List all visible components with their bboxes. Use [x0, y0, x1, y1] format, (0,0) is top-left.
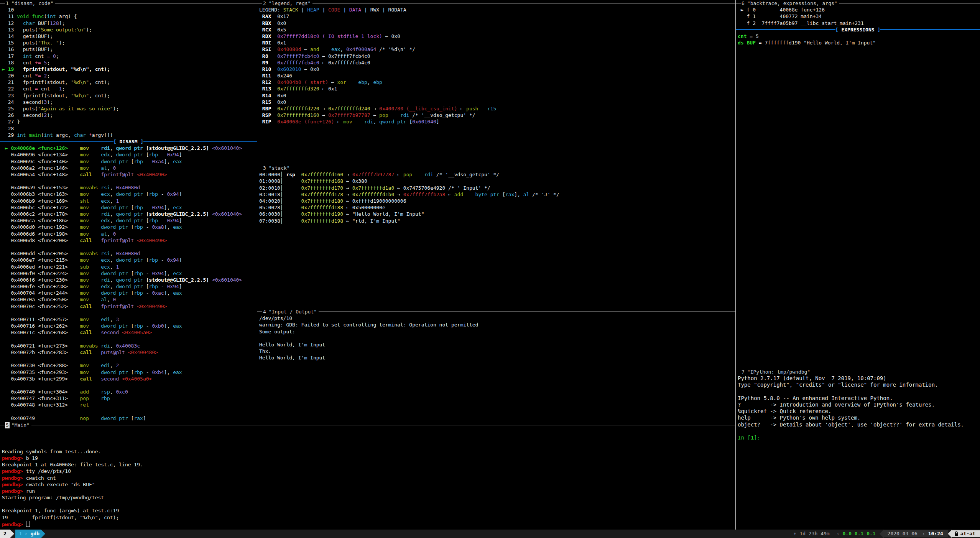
terminal-line: ► f 0 40068e func+126 — [738, 7, 980, 13]
border-line — [736, 3, 741, 3]
terminal-line: Starting program: /tmp/pwndbg/test — [2, 494, 735, 501]
uptime-value: 1d 23h 49m — [799, 530, 833, 537]
window-name: gdb — [30, 530, 39, 537]
terminal-line: 0x4006e7 <func+215> mov ecx, dword ptr [… — [2, 257, 257, 263]
terminal-line: f 1 400772 main+34 — [738, 13, 980, 20]
pane-backtrace[interactable]: 6"backtrace, expressions, args" ► f 0 40… — [736, 0, 980, 369]
terminal-line: 0x4006ca <func+186> mov edx, dword ptr [… — [2, 217, 257, 224]
stack-listing: 00:0000│ rsp 0x7fffffffd160 → 0x7ffff7b9… — [257, 171, 735, 224]
terminal-line — [2, 435, 735, 441]
separator-label: EXPRESSIONS — [841, 26, 874, 33]
pane-number: 3 — [262, 165, 267, 171]
terminal-line: 0x4006d8 <func+200> call fprintf@plt <0x… — [2, 237, 257, 244]
terminal-line: pwndbg> — [2, 521, 735, 527]
pane-legend-regs[interactable]: 2"legend, regs" LEGEND: STACK | HEAP | C… — [257, 0, 735, 165]
terminal-line: RIP 0x40068e (func+126) ← mov rdi, qword… — [259, 118, 735, 125]
terminal-line: 03:0018│ 0x7fffffffd178 → 0x7fffffffd1b0… — [259, 191, 735, 198]
terminal-line: 12 char BUF[128]; — [2, 20, 257, 26]
powerline-arrow — [880, 530, 884, 538]
terminal-line — [259, 335, 735, 341]
session-name[interactable]: 2 — [0, 530, 10, 538]
terminal-line: Some output: — [259, 328, 735, 335]
terminal-line: 0x4006d6 <func+198> mov al, 0 — [2, 231, 257, 237]
pane-main-console[interactable]: 5"Main" Reading symbols from test...done… — [0, 422, 735, 530]
separator-line — [143, 141, 257, 142]
powerline-arrow — [948, 530, 952, 538]
pane-border-vertical-right[interactable] — [735, 0, 736, 530]
terminal-line: 0x400748 <func+312> ret — [2, 402, 257, 408]
lock-icon — [954, 531, 960, 536]
terminal-line: Reading symbols from test...done. — [2, 448, 735, 455]
terminal-line: 0x4006a4 <func+148> call fprintf@plt <0x… — [2, 171, 257, 178]
pane-number: 4 — [262, 308, 267, 315]
border-line — [312, 3, 735, 3]
terminal-line: 0x400749 nop dword ptr [rax] — [2, 415, 257, 422]
terminal-line: 20 cnt *= 2; — [2, 72, 257, 79]
terminal-line: 0x400740 <func+304> add rsp, 0xc0 — [2, 389, 257, 395]
terminal-line — [2, 178, 257, 184]
terminal-line: R12 0x4004b0 (_start) ← xor ebp, ebp — [259, 79, 735, 85]
terminal-line — [738, 389, 980, 395]
terminal-line: f 2 7ffff7a05b97 __libc_start_main+231 — [738, 20, 980, 26]
terminal-line: RDI 0x1 — [259, 39, 735, 46]
window-tab-gdb[interactable]: 1 › gdb — [15, 530, 41, 538]
pane-input-output[interactable]: 4"Input / Output" /dev/pts/10warning: GD… — [257, 308, 735, 422]
terminal-line — [2, 442, 735, 448]
pane-border-vertical-left[interactable] — [257, 0, 257, 422]
terminal-line: RCX 0x5 — [259, 26, 735, 33]
terminal-line — [2, 336, 257, 343]
pane-title-text: "IPython: tmp/pwndbg" — [747, 369, 810, 375]
terminal-line: 0x4006a2 <func+146> mov al, 0 — [2, 165, 257, 171]
separator-line — [0, 141, 113, 142]
terminal-line: ? -> Introduction and overview of IPytho… — [738, 402, 980, 408]
terminal-line: ds BUF = 7fffffffd190 "Hello World, I'm … — [738, 39, 980, 46]
terminal-line: 0x400730 <func+288> mov edi, 2 — [2, 362, 257, 369]
border-line — [839, 3, 980, 3]
terminal-line: pwndbg> tty /dev/pts/10 — [2, 468, 735, 474]
terminal-line — [2, 356, 257, 362]
terminal-line — [2, 501, 735, 507]
terminal-line: R9 0x7ffff7fcb4c0 ← 0x7ffff7fcb4c0 — [259, 59, 735, 66]
terminal-line: 0x400716 <func+262> mov dword ptr [rbp -… — [2, 323, 257, 329]
terminal-line: 02:0010│ 0x7fffffffd170 → 0x7fffffffd1a0… — [259, 185, 735, 191]
pane-title-main: 5"Main" — [0, 422, 735, 428]
terminal-line: 0x4006ed <func+221> sub ecx, 1 — [2, 264, 257, 270]
pane-title-legend-regs: 2"legend, regs" — [257, 0, 735, 7]
pane-stack[interactable]: 3"stack" 00:0000│ rsp 0x7fffffffd160 → 0… — [257, 165, 735, 308]
chevron-icon: › — [25, 530, 31, 537]
border-line — [0, 3, 5, 3]
border-line — [319, 312, 735, 312]
terminal-line: Thx. — [259, 348, 735, 354]
terminal-line: 05:0028│ 0x7fffffffd188 ← 0x50000000e — [259, 204, 735, 211]
terminal-line: 0x400721 <func+273> movabs rdi, 0x40083c — [2, 343, 257, 349]
terminal-line: 0x400696 <func+134> mov edx, dword ptr [… — [2, 151, 257, 158]
terminal-line: 0x4006dd <func+205> movabs rsi, 0x40080d — [2, 250, 257, 257]
pane-title-text: "backtrace, expressions, args" — [747, 0, 837, 7]
terminal-line: RAX 0x17 — [259, 13, 735, 20]
terminal-line: IPython 5.8.0 -- An enhanced Interactive… — [738, 395, 980, 402]
terminal-line: 28 — [2, 125, 257, 132]
separator-line — [880, 29, 980, 30]
terminal-line: 14 gets(BUF); — [2, 33, 257, 39]
terminal-line: R13 0x7fffffffd320 ← 0x1 — [259, 85, 735, 92]
gdb-console[interactable]: Reading symbols from test...done.pwndbg>… — [0, 428, 735, 527]
terminal-line: 10 — [2, 7, 257, 13]
terminal-line: 06:0030│ 0x7fffffffd190 ← "Hello World, … — [259, 211, 735, 217]
terminal-line: Breakpoint 1, func (arg=5) at test.c:19 — [2, 507, 735, 514]
terminal-line: R11 0x246 — [259, 72, 735, 79]
terminal-line: pwndbg> run — [2, 488, 735, 494]
terminal-line: RSP 0x7fffffffd160 → 0x7ffff7b97787 ← po… — [259, 112, 735, 118]
terminal-line: 15 puts("Thx. "); — [2, 39, 257, 46]
terminal-line: 0x40071c <func+268> call second <0x4005a… — [2, 329, 257, 336]
ipython-console[interactable]: Python 2.7.17 (default, Nov 7 2019, 10:0… — [736, 375, 980, 441]
border-line — [257, 3, 262, 3]
terminal-line: ► 19 fprintf(stdout, "%d\n", cnt); — [2, 66, 257, 72]
terminal-line: Hello World, I'm Input — [259, 354, 735, 361]
terminal-line: R10 0x602010 ← 0x0 — [259, 66, 735, 72]
terminal-line: 0x4006bc <func+172> mov dword ptr [rbp -… — [2, 204, 257, 211]
terminal-line: object? -> Details about 'object', use '… — [738, 422, 980, 428]
pane-disasm-code[interactable]: 1"disasm, code" 10 11 void func(int arg)… — [0, 0, 257, 422]
terminal-line — [2, 244, 257, 250]
pane-ipython[interactable]: 7"IPython: tmp/pwndbg" Python 2.7.17 (de… — [736, 369, 980, 530]
border-line — [0, 425, 5, 425]
